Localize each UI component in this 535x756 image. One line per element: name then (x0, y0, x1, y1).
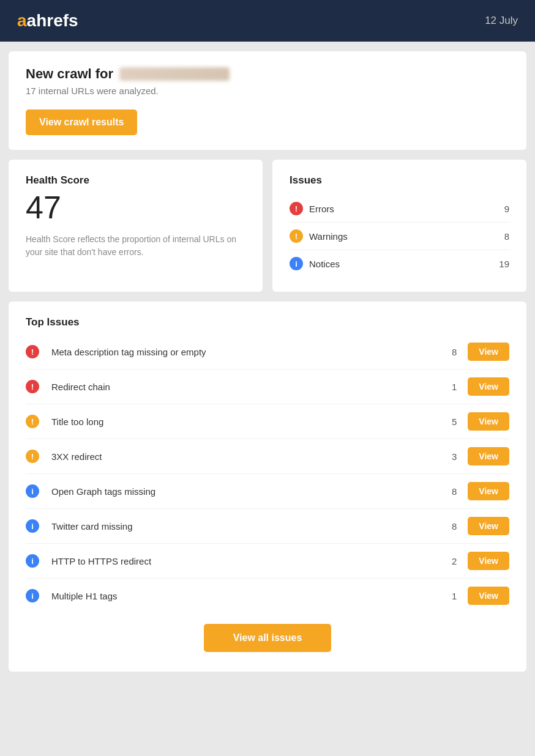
top-issues-card: Top Issues ! Meta description tag missin… (9, 302, 526, 672)
header-date: 12 July (485, 15, 518, 27)
top-issue-row: ! Title too long 5 View (26, 404, 509, 439)
top-issue-label: Open Graph tags missing (51, 486, 444, 497)
top-issue-count: 1 (444, 591, 457, 601)
view-crawl-results-button[interactable]: View crawl results (26, 109, 137, 135)
top-issue-view-button[interactable]: View (468, 517, 509, 535)
view-all-issues-button[interactable]: View all issues (204, 624, 332, 652)
top-issue-type-icon: ! (26, 345, 39, 358)
top-issue-label: Twitter card missing (51, 521, 444, 532)
crawl-subtitle: 17 internal URLs were analyzed. (26, 86, 509, 96)
health-score-description: Health Score reflects the proportion of … (26, 233, 245, 259)
view-all-section: View all issues (26, 613, 509, 657)
top-issue-view-button[interactable]: View (468, 482, 509, 500)
top-issue-row: ! Meta description tag missing or empty … (26, 335, 509, 369)
top-issues-list: ! Meta description tag missing or empty … (26, 335, 509, 613)
top-issue-type-icon: ! (26, 415, 39, 428)
top-issue-row: i Twitter card missing 8 View (26, 509, 509, 544)
warnings-count: 8 (504, 231, 509, 242)
top-issue-label: 3XX redirect (51, 451, 444, 462)
logo-a: a (17, 11, 27, 30)
notices-label: Notices (309, 259, 499, 269)
top-issue-view-button[interactable]: View (468, 552, 509, 570)
crawl-card: New crawl for 17 internal URLs were anal… (9, 51, 526, 150)
crawl-title-prefix: New crawl for (26, 66, 113, 82)
top-issues-title: Top Issues (26, 316, 509, 328)
issues-warnings-row: ! Warnings 8 (290, 223, 509, 250)
top-issue-label: Multiple H1 tags (51, 591, 444, 601)
error-icon: ! (290, 202, 303, 215)
top-issue-view-button[interactable]: View (468, 343, 509, 361)
top-issue-view-button[interactable]: View (468, 587, 509, 605)
top-issue-label: Title too long (51, 417, 444, 427)
top-issue-count: 8 (444, 486, 457, 497)
top-issue-type-icon: ! (26, 380, 39, 393)
crawl-title: New crawl for (26, 66, 509, 82)
top-issue-row: i Open Graph tags missing 8 View (26, 474, 509, 509)
issues-errors-row: ! Errors 9 (290, 195, 509, 223)
warnings-label: Warnings (309, 231, 504, 242)
header: aahrefs 12 July (0, 0, 535, 42)
notice-icon: i (290, 257, 303, 270)
issues-title: Issues (290, 174, 509, 187)
top-issue-view-button[interactable]: View (468, 377, 509, 396)
top-issue-count: 2 (444, 556, 457, 566)
health-score-card: Health Score 47 Health Score reflects th… (9, 160, 263, 292)
health-score-label: Health Score (26, 174, 245, 187)
top-issue-row: ! Redirect chain 1 View (26, 369, 509, 404)
top-issue-label: Redirect chain (51, 382, 444, 392)
logo: aahrefs (17, 11, 78, 31)
blurred-domain (119, 67, 230, 81)
top-issue-row: ! 3XX redirect 3 View (26, 439, 509, 474)
top-issue-type-icon: i (26, 484, 39, 498)
errors-count: 9 (504, 204, 509, 214)
top-issue-type-icon: ! (26, 450, 39, 463)
top-issue-count: 5 (444, 417, 457, 427)
top-issue-count: 8 (444, 347, 457, 357)
top-issue-row: i Multiple H1 tags 1 View (26, 579, 509, 613)
top-issue-count: 3 (444, 451, 457, 462)
top-issue-type-icon: i (26, 519, 39, 533)
top-issue-label: HTTP to HTTPS redirect (51, 556, 444, 566)
warning-icon: ! (290, 229, 303, 243)
top-issue-label: Meta description tag missing or empty (51, 347, 444, 357)
errors-label: Errors (309, 204, 504, 214)
notices-count: 19 (499, 259, 509, 269)
health-score-value: 47 (26, 191, 245, 223)
issues-notices-row: i Notices 19 (290, 250, 509, 277)
top-issue-row: i HTTP to HTTPS redirect 2 View (26, 544, 509, 579)
top-issue-type-icon: i (26, 554, 39, 568)
top-issue-view-button[interactable]: View (468, 447, 509, 465)
top-issue-count: 1 (444, 382, 457, 392)
top-issue-type-icon: i (26, 589, 39, 602)
top-issue-count: 8 (444, 521, 457, 532)
metrics-row: Health Score 47 Health Score reflects th… (9, 160, 526, 292)
top-issue-view-button[interactable]: View (468, 412, 509, 431)
issues-card: Issues ! Errors 9 ! Warnings 8 i Notices… (272, 160, 526, 292)
